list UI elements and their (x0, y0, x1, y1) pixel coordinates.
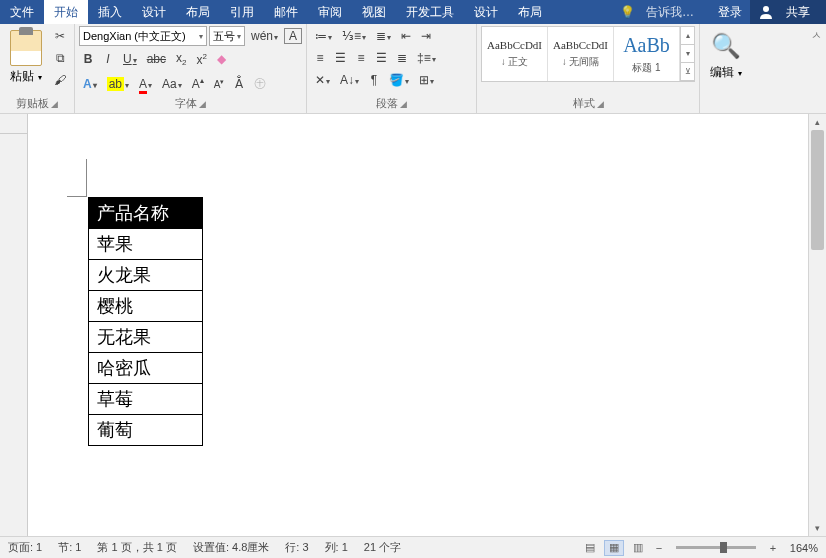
table-cell: 苹果 (89, 229, 203, 260)
menu-view[interactable]: 视图 (352, 0, 396, 24)
align-left-button[interactable]: ≡ (311, 48, 329, 68)
phonetic-guide-button[interactable]: wén (247, 26, 282, 46)
bullets-button[interactable]: ≔ (311, 26, 336, 46)
distributed-button[interactable]: ≣ (393, 48, 411, 68)
vertical-ruler[interactable] (0, 134, 28, 536)
shrink-font-button[interactable]: A▾ (210, 75, 229, 93)
ruler-corner (0, 114, 28, 134)
bold-button[interactable]: B (79, 49, 97, 69)
justify-button[interactable]: ☰ (372, 48, 391, 68)
asian-layout-button[interactable]: ✕ (311, 70, 334, 90)
group-editing: 🔍 编辑 ▾ (700, 24, 752, 113)
status-bar: 页面: 1 节: 1 第 1 页，共 1 页 设置值: 4.8厘米 行: 3 列… (0, 536, 826, 558)
font-name-combo[interactable]: DengXian (中文正文)▾ (79, 26, 207, 46)
table-cell: 哈密瓜 (89, 353, 203, 384)
menu-design[interactable]: 设计 (132, 0, 176, 24)
vertical-scrollbar[interactable]: ▴ ▾ (808, 114, 826, 536)
decrease-indent-button[interactable]: ⇤ (397, 26, 415, 46)
menu-table-design[interactable]: 设计 (464, 0, 508, 24)
subscript-button[interactable]: x2 (172, 48, 190, 70)
char-border-button[interactable]: A (284, 28, 302, 44)
change-case-button[interactable]: Aa (158, 74, 186, 94)
grow-font-button[interactable]: A▴ (188, 73, 208, 94)
align-center-button[interactable]: ☰ (331, 48, 350, 68)
menu-layout[interactable]: 布局 (176, 0, 220, 24)
status-column[interactable]: 列: 1 (317, 540, 356, 555)
numbering-button[interactable]: ⅓≡ (338, 26, 370, 46)
status-page[interactable]: 页面: 1 (0, 540, 50, 555)
style-normal[interactable]: AaBbCcDdI↓ 正文 (482, 27, 548, 81)
align-right-button[interactable]: ≡ (352, 48, 370, 68)
menu-mailings[interactable]: 邮件 (264, 0, 308, 24)
menu-home[interactable]: 开始 (44, 0, 88, 24)
increase-indent-button[interactable]: ⇥ (417, 26, 435, 46)
group-font: DengXian (中文正文)▾ 五号▾ wén A B I U abc x2 … (75, 24, 307, 113)
zoom-in-button[interactable]: + (766, 542, 780, 554)
scroll-up-button[interactable]: ▴ (809, 114, 826, 130)
print-layout-button[interactable]: ▦ (604, 540, 624, 556)
scroll-thumb[interactable] (811, 130, 824, 250)
share-button[interactable]: 共享 (750, 0, 826, 24)
style-no-spacing[interactable]: AaBbCcDdI↓ 无间隔 (548, 27, 614, 81)
font-dialog-launcher[interactable]: ◢ (199, 99, 206, 109)
status-line[interactable]: 行: 3 (277, 540, 316, 555)
format-painter-button[interactable]: 🖌 (50, 70, 70, 90)
menu-insert[interactable]: 插入 (88, 0, 132, 24)
zoom-out-button[interactable]: − (652, 542, 666, 554)
circled-char-button[interactable]: ㊉ (250, 72, 270, 95)
table-row: 苹果 (89, 229, 203, 260)
clear-formatting-button[interactable]: ◆ (213, 49, 231, 69)
paste-button[interactable]: 粘贴 ▾ (4, 26, 48, 89)
paragraph-dialog-launcher[interactable]: ◢ (400, 99, 407, 109)
collapse-ribbon-button[interactable]: ㅅ (807, 24, 826, 113)
style-heading-1[interactable]: AaBb标题 1 (614, 27, 680, 81)
status-section[interactable]: 节: 1 (50, 540, 89, 555)
read-mode-button[interactable]: ▤ (580, 540, 600, 556)
shading-button[interactable]: 🪣 (385, 70, 413, 90)
gallery-up[interactable]: ▴ (681, 27, 694, 45)
styles-dialog-launcher[interactable]: ◢ (597, 99, 604, 109)
gallery-more[interactable]: ⊻ (681, 63, 694, 81)
menu-table-layout[interactable]: 布局 (508, 0, 552, 24)
zoom-slider[interactable] (676, 546, 756, 549)
highlight-button[interactable]: ab (103, 74, 133, 94)
clipboard-dialog-launcher[interactable]: ◢ (51, 99, 58, 109)
table-cell: 葡萄 (89, 415, 203, 446)
zoom-level[interactable]: 164% (784, 542, 818, 554)
tell-me-search[interactable]: 💡 告诉我… (612, 0, 710, 24)
scroll-down-button[interactable]: ▾ (809, 520, 826, 536)
clipboard-icon (10, 30, 42, 66)
borders-button[interactable]: ⊞ (415, 70, 438, 90)
gallery-down[interactable]: ▾ (681, 45, 694, 63)
table-cell: 樱桃 (89, 291, 203, 322)
sort-button[interactable]: A↓ (336, 70, 363, 90)
status-page-of[interactable]: 第 1 页，共 1 页 (89, 540, 184, 555)
underline-button[interactable]: U (119, 49, 141, 69)
show-marks-button[interactable]: ¶ (365, 70, 383, 90)
person-icon (758, 4, 774, 20)
status-words[interactable]: 21 个字 (356, 540, 409, 555)
table-row: 无花果 (89, 322, 203, 353)
superscript-button[interactable]: x2 (192, 49, 210, 70)
status-setting[interactable]: 设置值: 4.8厘米 (185, 540, 277, 555)
multilevel-button[interactable]: ≣ (372, 26, 395, 46)
web-layout-button[interactable]: ▥ (628, 540, 648, 556)
menu-developer[interactable]: 开发工具 (396, 0, 464, 24)
italic-button[interactable]: I (99, 49, 117, 69)
document-area[interactable]: 产品名称 苹果 火龙果 樱桃 无花果 哈密瓜 草莓 葡萄 (28, 114, 808, 536)
menu-references[interactable]: 引用 (220, 0, 264, 24)
copy-button[interactable]: ⧉ (50, 48, 70, 68)
font-color-button[interactable]: A (135, 74, 156, 94)
enclose-char-button[interactable]: A̐ (230, 74, 248, 94)
line-spacing-button[interactable]: ‡≡ (413, 48, 440, 68)
font-size-combo[interactable]: 五号▾ (209, 26, 245, 46)
strikethrough-button[interactable]: abc (143, 49, 170, 69)
menu-file[interactable]: 文件 (0, 0, 44, 24)
menu-review[interactable]: 审阅 (308, 0, 352, 24)
group-paragraph: ≔ ⅓≡ ≣ ⇤ ⇥ ≡ ☰ ≡ ☰ ≣ ‡≡ ✕ A↓ ¶ 🪣 ⊞ (307, 24, 477, 113)
login-button[interactable]: 登录 (710, 0, 750, 24)
find-button[interactable]: 🔍 编辑 ▾ (704, 26, 748, 85)
text-effects-button[interactable]: A (79, 74, 101, 94)
cut-button[interactable]: ✂ (50, 26, 70, 46)
document-table[interactable]: 产品名称 苹果 火龙果 樱桃 无花果 哈密瓜 草莓 葡萄 (88, 197, 203, 446)
